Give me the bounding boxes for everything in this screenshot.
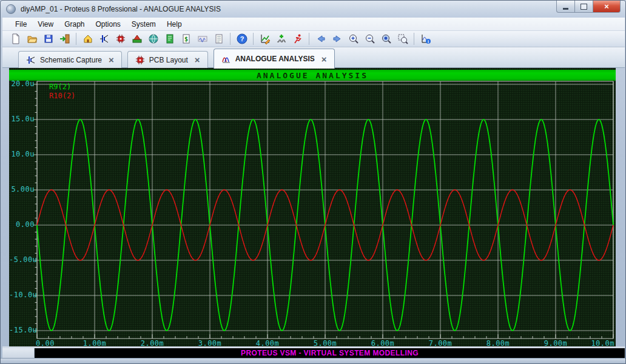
menu-help[interactable]: Help xyxy=(161,19,187,30)
tab-label: Schematic Capture xyxy=(40,56,102,64)
rerun-simulation-button[interactable] xyxy=(290,32,305,46)
zoom-out-button[interactable] xyxy=(362,32,377,46)
menu-file[interactable]: File xyxy=(10,19,32,30)
save-project-button[interactable] xyxy=(41,32,56,46)
svg-text:i: i xyxy=(428,39,429,44)
menu-graph[interactable]: Graph xyxy=(59,19,90,30)
toolbar-separator xyxy=(76,33,76,45)
graph-title-bar: ANALOGUE ANALYSIS xyxy=(9,70,616,81)
title-bar[interactable]: diyAMP_01 - Proteus 8 Professional - ANA… xyxy=(1,1,625,18)
tab-schematic-capture[interactable]: Schematic Capture × xyxy=(18,51,122,68)
simulator-doc-icon xyxy=(197,33,208,44)
graph-info-icon: i xyxy=(420,33,431,44)
simulator-doc-button[interactable] xyxy=(195,32,210,46)
gerber-viewer-button[interactable] xyxy=(146,32,161,46)
tab-close-icon[interactable]: × xyxy=(321,55,327,64)
design-explorer-button[interactable] xyxy=(162,32,177,46)
close-project-button[interactable] xyxy=(57,32,72,46)
save-project-icon xyxy=(43,33,54,44)
legend: R9(2)R10(2) xyxy=(49,83,75,101)
svg-text:?: ? xyxy=(240,35,244,42)
new-project-icon xyxy=(10,33,21,44)
pcb-layout-button[interactable] xyxy=(113,32,128,46)
schematic-capture-button[interactable] xyxy=(96,32,112,46)
analogue-analysis-graph[interactable]: ANALOGUE ANALYSIS 20.0u15.0u10.0u5.00u0.… xyxy=(9,68,616,346)
y-tick-label: -15.0u xyxy=(9,326,35,334)
zoom-to-fit-button[interactable] xyxy=(379,32,394,46)
open-project-button[interactable] xyxy=(24,32,39,46)
minimize-icon xyxy=(563,8,568,10)
close-project-icon xyxy=(59,33,70,44)
zoom-to-fit-icon xyxy=(381,33,392,44)
zoom-in-button[interactable] xyxy=(346,32,361,46)
legend-entry: R9(2) xyxy=(49,83,75,92)
menu-system[interactable]: System xyxy=(126,19,161,30)
pcb-layout-icon xyxy=(135,55,145,65)
y-tick-label: 15.0u xyxy=(9,115,35,123)
tab-strip: Schematic Capture × PCB Layout × ANALOGU… xyxy=(2,47,625,68)
tab-pcb-layout[interactable]: PCB Layout × xyxy=(127,51,208,68)
pan-right-icon xyxy=(332,33,343,44)
window-controls: × xyxy=(556,1,621,13)
open-project-icon xyxy=(27,33,38,44)
bill-of-materials-button[interactable]: $ xyxy=(178,32,194,46)
pan-left-icon xyxy=(315,33,326,44)
menu-view[interactable]: View xyxy=(32,19,59,30)
status-text: PROTEUS VSM - VIRTUAL SYSTEM MODELLING xyxy=(241,349,419,357)
y-tick-label: -10.0u xyxy=(9,291,35,299)
design-notes-button[interactable] xyxy=(211,32,226,46)
home-button[interactable] xyxy=(80,32,95,46)
status-bar: PROTEUS VSM - VIRTUAL SYSTEM MODELLING xyxy=(35,348,625,358)
schematic-capture-icon xyxy=(26,55,36,65)
legend-entry: R10(2) xyxy=(49,92,75,101)
tab-close-icon[interactable]: × xyxy=(195,55,200,64)
pan-right-button[interactable] xyxy=(329,32,345,46)
zoom-in-icon xyxy=(348,33,359,44)
app-icon xyxy=(6,4,16,14)
minimize-button[interactable] xyxy=(556,1,575,13)
tab-label: PCB Layout xyxy=(149,56,188,64)
svg-text:$: $ xyxy=(184,36,187,42)
edit-graph-icon xyxy=(260,33,271,44)
help-icon: ? xyxy=(237,33,247,44)
status-grip xyxy=(2,348,35,358)
window-title: diyAMP_01 - Proteus 8 Professional - ANA… xyxy=(21,5,221,13)
design-explorer-icon xyxy=(164,33,175,44)
tab-close-icon[interactable]: × xyxy=(109,55,114,64)
plot-area[interactable] xyxy=(9,68,616,346)
toolbar-separator xyxy=(414,33,414,45)
home-icon xyxy=(82,33,93,44)
toolbar: $ ? i xyxy=(2,31,625,47)
tab-label: ANALOGUE ANALYSIS xyxy=(235,55,315,63)
add-trace-button[interactable] xyxy=(274,32,289,46)
graph-title: ANALOGUE ANALYSIS xyxy=(257,71,368,80)
zoom-area-icon xyxy=(397,33,408,44)
tab-analogue-analysis[interactable]: ANALOGUE ANALYSIS × xyxy=(214,49,335,69)
restore-button[interactable] xyxy=(575,1,593,13)
y-tick-label: 20.0u xyxy=(9,79,35,88)
schematic-capture-icon xyxy=(99,33,110,44)
design-notes-icon xyxy=(214,33,224,44)
3d-visualizer-button[interactable] xyxy=(129,32,144,46)
pan-left-button[interactable] xyxy=(313,32,328,46)
new-project-button[interactable] xyxy=(8,32,23,46)
toolbar-separator xyxy=(309,33,309,45)
rerun-simulation-icon xyxy=(292,33,303,44)
zoom-area-button[interactable] xyxy=(395,32,410,46)
edit-graph-button[interactable] xyxy=(257,32,272,46)
window-bottom-border xyxy=(1,358,626,364)
add-trace-icon xyxy=(276,33,287,44)
close-button[interactable]: × xyxy=(593,1,621,13)
toolbar-separator xyxy=(253,33,254,45)
menu-options[interactable]: Options xyxy=(90,19,126,30)
proteus-window: { "window": { "title": "diyAMP_01 - Prot… xyxy=(0,0,626,364)
help-button[interactable]: ? xyxy=(234,32,249,46)
bill-of-materials-icon: $ xyxy=(181,33,192,44)
zoom-out-icon xyxy=(365,33,375,44)
y-tick-label: 0.00 xyxy=(9,220,35,229)
close-icon: × xyxy=(604,2,609,10)
graph-info-button[interactable]: i xyxy=(418,32,433,46)
analogue-graph-icon xyxy=(221,54,231,64)
y-tick-label: 5.00u xyxy=(9,185,35,194)
y-tick-label: 10.0u xyxy=(9,150,35,158)
